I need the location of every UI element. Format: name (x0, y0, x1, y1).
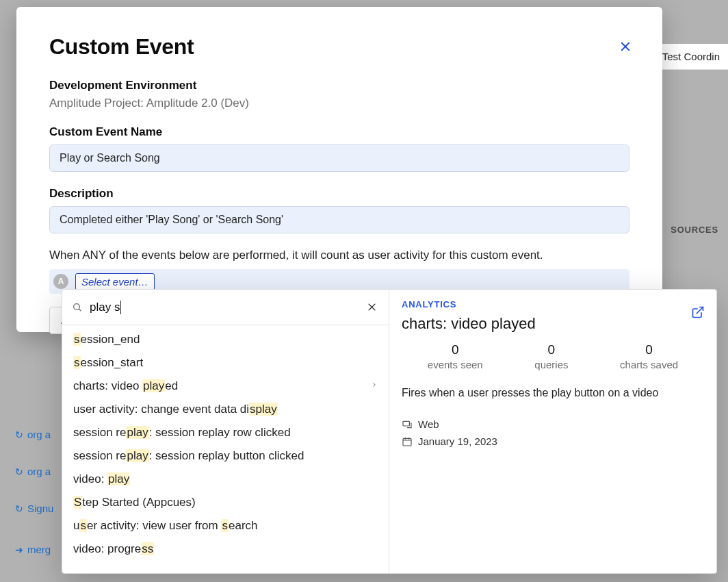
result-text: session_start (73, 356, 143, 370)
detail-description: Fires when a user presses the play butto… (402, 387, 704, 399)
result-text: user activity: view user from search (73, 519, 258, 533)
stats-row: 0events seen0queries0charts saved (402, 342, 704, 370)
env-label: Development Environment (49, 79, 629, 92)
bg-link-label: merg (27, 544, 51, 555)
bg-link-0[interactable]: ↻ org a (15, 429, 51, 440)
analytics-label: ANALYTICS (402, 299, 704, 309)
custom-event-name-input[interactable] (49, 144, 629, 172)
result-text: video: progress (73, 542, 154, 556)
bg-sources-header: SOURCES (671, 225, 718, 235)
bg-link-3[interactable]: ➜ merg (15, 544, 51, 555)
result-text: user activity: change event data display (73, 403, 278, 416)
bg-link-label: Signu (27, 503, 53, 514)
svg-rect-2 (403, 421, 409, 426)
result-text: charts: video played (73, 379, 178, 393)
stat-number: 0 (534, 342, 568, 357)
result-item[interactable]: session_start (62, 351, 389, 375)
bg-test-coord: Test Coordin (653, 44, 728, 70)
stat-number: 0 (428, 342, 483, 357)
close-button[interactable] (616, 37, 635, 56)
search-input-text: play s (90, 301, 120, 314)
result-item[interactable]: user activity: change event data display (62, 398, 389, 421)
results-list[interactable]: session_endsession_startcharts: video pl… (62, 325, 389, 573)
select-event-button[interactable]: Select event… (75, 273, 155, 290)
text-caret (120, 301, 121, 314)
close-icon (619, 40, 632, 53)
stat-label: charts saved (620, 359, 678, 370)
stat-label: events seen (428, 359, 483, 370)
open-external-icon (691, 305, 705, 319)
open-external-button[interactable] (689, 303, 707, 321)
date-value: January 19, 2023 (418, 435, 497, 447)
search-icon (72, 302, 83, 313)
bg-link-label: org a (27, 429, 51, 440)
meta-date: January 19, 2023 (402, 435, 704, 447)
result-text: video: play (73, 472, 130, 486)
platform-value: Web (418, 418, 439, 430)
result-text: session_end (73, 333, 140, 346)
result-item[interactable]: video: progress (62, 537, 389, 561)
stat: 0charts saved (620, 342, 678, 370)
result-text: session replay: session replay button cl… (73, 449, 304, 463)
detail-title: charts: video played (402, 315, 704, 333)
result-item[interactable]: session replay: session replay row click… (62, 421, 389, 444)
clear-search-button[interactable] (364, 300, 379, 315)
close-icon (367, 302, 377, 312)
svg-line-1 (697, 307, 703, 314)
stat: 0events seen (428, 342, 483, 370)
result-text: Step Started (Appcues) (73, 496, 196, 509)
desc-label: Description (49, 187, 629, 201)
stat-label: queries (534, 359, 568, 370)
stat: 0queries (534, 342, 568, 370)
event-picker-popover: play s session_endsession_startcharts: v… (62, 289, 717, 574)
result-text: session replay: session replay row click… (73, 426, 291, 440)
dialog-title: Custom Event (49, 34, 629, 60)
svg-rect-3 (403, 438, 411, 446)
meta-platform: Web (402, 418, 704, 430)
result-item[interactable]: charts: video played (62, 375, 389, 398)
bg-link-label: org a (27, 466, 51, 477)
arrow-merge-icon: ➜ (15, 544, 23, 555)
sync-icon: ↻ (15, 503, 23, 514)
events-info: When ANY of the events below are perform… (49, 249, 629, 262)
calendar-icon (402, 436, 413, 447)
sync-icon: ↻ (15, 466, 23, 477)
custom-event-dialog: Custom Event Development Environment Amp… (16, 7, 662, 332)
stat-number: 0 (620, 342, 678, 357)
description-input[interactable] (49, 206, 629, 233)
result-item[interactable]: user activity: view user from search (62, 514, 389, 537)
picker-detail-pane: ANALYTICS charts: video played 0events s… (389, 290, 716, 573)
bg-link-2[interactable]: ↻ Signu (15, 503, 53, 514)
result-item[interactable]: Step Started (Appcues) (62, 491, 389, 514)
result-item[interactable]: video: play (62, 468, 389, 491)
slot-badge: A (53, 274, 68, 289)
env-value: Amplitude Project: Amplitude 2.0 (Dev) (49, 97, 629, 110)
name-label: Custom Event Name (49, 125, 629, 139)
sync-icon: ↻ (15, 429, 23, 440)
result-item[interactable]: session_end (62, 328, 389, 351)
svg-point-0 (74, 303, 80, 309)
device-icon (402, 419, 413, 430)
picker-left-pane: play s session_endsession_startcharts: v… (62, 290, 389, 573)
result-item[interactable]: session replay: session replay button cl… (62, 444, 389, 468)
bg-link-1[interactable]: ↻ org a (15, 466, 51, 477)
chevron-right-icon (371, 379, 378, 393)
search-row: play s (62, 290, 389, 325)
